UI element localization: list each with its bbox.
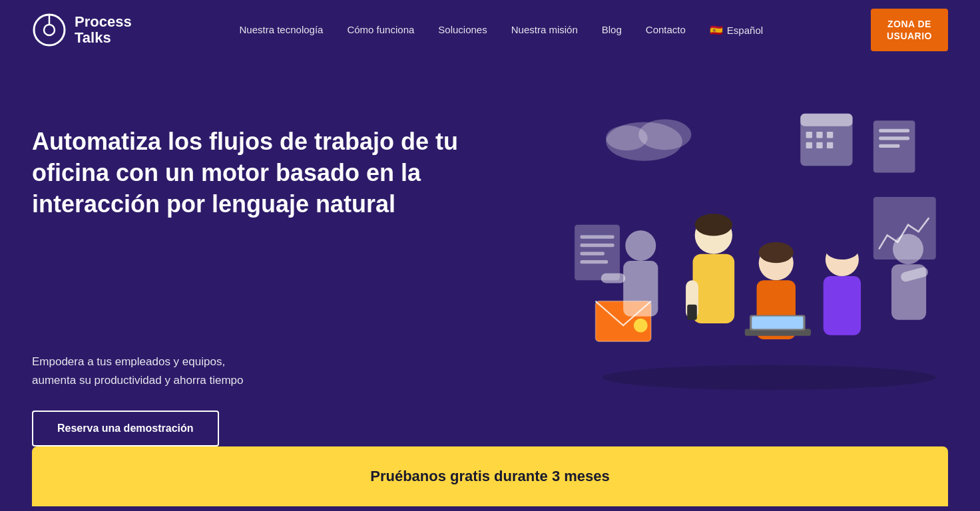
navigation: Process Talks Nuestra tecnología Cómo fu… bbox=[0, 0, 980, 60]
team-illustration bbox=[549, 100, 948, 419]
nav-item-blog[interactable]: Blog bbox=[602, 24, 622, 35]
svg-rect-34 bbox=[687, 305, 697, 320]
nav-item-tecnologia[interactable]: Nuestra tecnología bbox=[240, 24, 324, 35]
svg-rect-15 bbox=[879, 129, 909, 132]
hero-title: Automatiza los flujos de trabajo de tu o… bbox=[32, 126, 471, 220]
promo-banner-text: Pruébanos gratis durante 3 meses bbox=[370, 468, 609, 485]
nav-item-funciona[interactable]: Cómo funciona bbox=[347, 24, 414, 35]
svg-rect-13 bbox=[827, 142, 833, 148]
language-label: Español bbox=[727, 25, 763, 36]
hero-content: Automatiza los flujos de trabajo de tu o… bbox=[32, 100, 471, 446]
svg-point-26 bbox=[634, 319, 648, 333]
svg-point-27 bbox=[625, 230, 656, 261]
hero-subtitle: Empodera a tus empleados y equipos, aume… bbox=[32, 353, 471, 389]
nav-links: Nuestra tecnología Cómo funciona Solucio… bbox=[240, 24, 764, 37]
logo-link[interactable]: Process Talks bbox=[32, 13, 132, 47]
hero-illustration bbox=[549, 100, 948, 419]
brand-name: Process Talks bbox=[75, 14, 132, 46]
svg-rect-9 bbox=[816, 132, 822, 138]
svg-rect-17 bbox=[879, 144, 899, 148]
nav-item-mision[interactable]: Nuestra misión bbox=[511, 24, 578, 35]
svg-rect-12 bbox=[816, 142, 822, 148]
svg-rect-11 bbox=[806, 142, 812, 148]
svg-point-42 bbox=[826, 240, 859, 259]
svg-rect-21 bbox=[580, 244, 614, 247]
flag-icon: 🇪🇸 bbox=[710, 24, 723, 37]
nav-item-soluciones[interactable]: Soluciones bbox=[438, 24, 487, 35]
svg-rect-29 bbox=[601, 273, 626, 283]
hero-section: Automatiza los flujos de trabajo de tu o… bbox=[0, 60, 980, 446]
svg-rect-32 bbox=[693, 254, 735, 323]
svg-rect-10 bbox=[827, 132, 833, 138]
svg-rect-28 bbox=[623, 261, 658, 316]
language-selector[interactable]: 🇪🇸 Español bbox=[710, 24, 763, 37]
svg-rect-43 bbox=[824, 276, 861, 335]
svg-rect-8 bbox=[806, 132, 812, 138]
svg-rect-7 bbox=[800, 114, 852, 126]
svg-rect-23 bbox=[580, 260, 608, 263]
svg-point-5 bbox=[606, 126, 648, 151]
logo-icon bbox=[32, 13, 67, 47]
promo-banner: Pruébanos gratis durante 3 meses bbox=[32, 446, 948, 506]
zona-usuario-button[interactable]: ZONA DE USUARIO bbox=[871, 9, 948, 51]
svg-point-44 bbox=[893, 234, 923, 264]
svg-point-47 bbox=[603, 365, 936, 391]
svg-rect-16 bbox=[879, 136, 909, 140]
svg-point-31 bbox=[695, 214, 732, 236]
svg-point-36 bbox=[759, 242, 794, 263]
svg-point-1 bbox=[44, 25, 55, 35]
demo-button[interactable]: Reserva una demostración bbox=[32, 411, 219, 446]
svg-rect-20 bbox=[580, 235, 614, 238]
nav-item-contacto[interactable]: Contacto bbox=[646, 24, 686, 35]
svg-rect-40 bbox=[752, 317, 803, 329]
svg-rect-22 bbox=[580, 252, 605, 256]
